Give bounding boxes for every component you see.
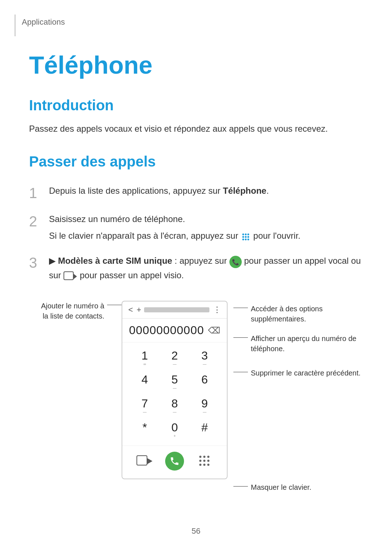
step-2-text: Saisissez un numéro de téléphone. [49,214,185,224]
key-2[interactable]: 2 — [160,346,190,370]
preview-label: Afficher un aperçu du numéro de téléphon… [251,333,363,354]
svg-rect-13 [137,456,147,465]
key-star-main: * [143,422,147,433]
step-1-content: Depuis la liste des applications, appuye… [49,184,363,197]
svg-point-3 [242,236,244,238]
phone-header: < + ⋮ [122,301,227,319]
key-9[interactable]: 9 — [189,394,220,418]
key-6-main: 6 [201,374,208,385]
step-number-2: 2 [29,213,49,230]
key-hash[interactable]: # [189,418,220,442]
key-1[interactable]: 1 ∞ [130,346,160,370]
svg-marker-12 [74,274,77,279]
key-5-main: 5 [171,374,178,385]
add-contact-plus[interactable]: + [136,305,141,315]
backspace-button[interactable]: ⌫ [208,325,220,336]
key-4-main: 4 [142,374,148,385]
preview-annotation: Afficher un aperçu du numéro de téléphon… [233,333,363,354]
key-1-main: 1 [142,350,148,361]
key-hash-main: # [201,422,208,433]
hide-keypad-line [233,486,248,487]
key-7-sub: — [143,410,147,414]
step-2-sub: Si le clavier n'apparaît pas à l'écran, … [49,229,363,243]
delete-annotation: Supprimer le caractère précédent. [233,368,360,378]
step-number-1: 1 [29,184,49,202]
svg-point-4 [245,236,247,238]
number-display: 00000000000 ⌫ [122,319,227,342]
delete-label: Supprimer le caractère précédent. [251,368,360,378]
key-8-sub: — [173,410,176,414]
key-3[interactable]: 3 — [189,346,220,370]
key-9-main: 9 [201,398,208,409]
left-annotation-add-contact: Ajouter le numéro à la liste de contacts… [40,301,122,321]
svg-text:📞: 📞 [232,259,239,266]
svg-point-0 [242,234,244,235]
key-1-sub: ∞ [143,362,146,366]
phone-number-text: 00000000000 [129,324,204,337]
key-4[interactable]: 4 [130,370,160,394]
phone-call-icon-inline: 📞 [229,254,242,268]
svg-point-5 [248,236,249,238]
call-bottom-btn[interactable] [160,449,190,473]
video-call-icon [136,455,153,467]
svg-rect-11 [64,272,73,280]
diagram-area: Ajouter le numéro à la liste de contacts… [40,301,363,479]
keypad-icon-inline [241,230,251,243]
introduction-title: Introduction [29,97,363,114]
breadcrumb: Applications [22,17,65,27]
options-label: Accéder à des options supplémentaires. [251,304,363,324]
phone-ui: < + ⋮ 00000000000 ⌫ 1 ∞ 2 [122,301,228,479]
key-2-main: 2 [171,350,178,361]
contact-name-preview [144,307,209,312]
options-annotation: Accéder à des options supplémentaires. [233,304,363,324]
page-number: 56 [192,526,200,536]
svg-point-8 [248,239,249,241]
step-number-3: 3 [29,254,49,271]
call-green-button[interactable] [165,452,184,471]
key-0[interactable]: 0 + [160,418,190,442]
step-1-bold: Téléphone [223,186,266,196]
key-0-main: 0 [171,422,178,433]
video-call-icon-inline [64,269,77,283]
key-3-sub: — [203,362,207,366]
left-bar [15,15,16,36]
hide-keypad-icon [199,456,210,467]
keypad-bottom [122,446,227,479]
add-contact-line [107,305,122,305]
svg-point-2 [248,234,249,235]
passer-des-appels-title: Passer des appels [29,153,363,170]
key-7[interactable]: 7 — [130,394,160,418]
intro-text: Passez des appels vocaux et visio et rép… [29,122,363,135]
options-line [233,308,248,308]
svg-point-6 [242,239,244,241]
key-2-sub: — [173,362,176,366]
key-8-main: 8 [171,398,178,409]
step-2-content: Saisissez un numéro de téléphone. Si le … [49,213,363,243]
step-2: 2 Saisissez un numéro de téléphone. Si l… [29,213,363,243]
preview-line [233,337,248,338]
back-button[interactable]: < [128,305,133,315]
step-3-bold: Modèles à carte SIM unique [58,256,172,266]
key-0-sub: + [173,434,176,438]
hide-keypad-bottom-btn[interactable] [189,453,220,469]
key-8[interactable]: 8 — [160,394,190,418]
more-options-button[interactable]: ⋮ [213,305,221,315]
hide-keypad-annotation: Masquer le clavier. [233,482,311,492]
video-call-bottom-btn[interactable] [130,452,160,470]
key-5-sub: — [173,386,176,390]
hide-keypad-label: Masquer le clavier. [251,482,311,492]
phone-icon [170,456,180,466]
svg-point-1 [245,234,247,235]
svg-marker-14 [147,458,152,464]
key-star[interactable]: * [130,418,160,442]
key-6[interactable]: 6 [189,370,220,394]
key-3-main: 3 [201,350,208,361]
add-contact-label: Ajouter le numéro à la liste de contacts… [40,301,104,321]
key-5[interactable]: 5 — [160,370,190,394]
keypad-grid: 1 ∞ 2 — 3 — 4 5 — [122,342,227,446]
step-3: 3 ▶ Modèles à carte SIM unique : appuyez… [29,254,363,283]
step-3-content: ▶ Modèles à carte SIM unique : appuyez s… [49,254,363,283]
key-9-sub: — [203,410,207,414]
delete-line [233,372,248,372]
contact-bar: + [136,305,209,315]
